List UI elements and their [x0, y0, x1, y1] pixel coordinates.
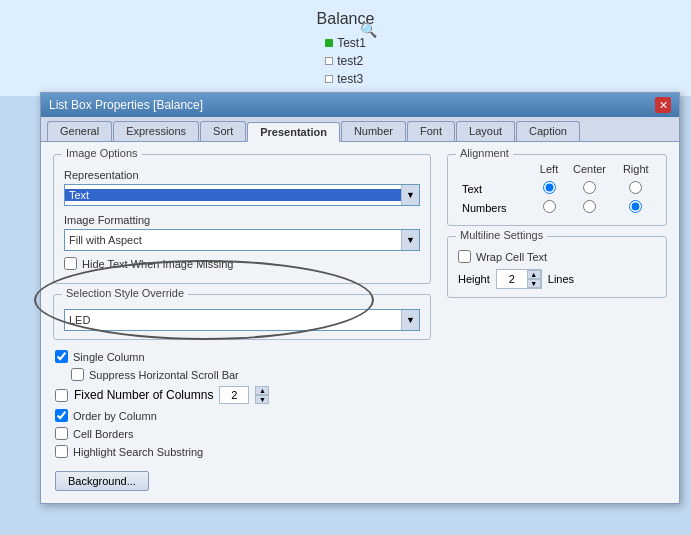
highlight-search-checkbox[interactable]: [55, 445, 68, 458]
background-button[interactable]: Background...: [55, 471, 149, 491]
align-text-left[interactable]: [535, 179, 564, 198]
left-column: Image Options Representation Text ▼ Imag…: [53, 154, 431, 491]
list-items: Test1 test2 test3: [325, 34, 366, 88]
fixed-columns-checkbox[interactable]: [55, 389, 68, 402]
multiline-group: Multiline Settings Wrap Cell Text Height…: [447, 236, 667, 298]
multiline-label: Multiline Settings: [456, 229, 547, 241]
wrap-cell-label: Wrap Cell Text: [476, 251, 547, 263]
selection-style-label: Selection Style Override: [62, 287, 188, 299]
wrap-cell-row: Wrap Cell Text: [458, 250, 656, 263]
align-numbers-label: Numbers: [458, 198, 535, 217]
hide-text-checkbox[interactable]: [64, 257, 77, 270]
highlight-search-row: Highlight Search Substring: [55, 445, 429, 458]
order-by-column-checkbox[interactable]: [55, 409, 68, 422]
suppress-scroll-row: Suppress Horizontal Scroll Bar: [71, 368, 429, 381]
alignment-group: Alignment Left Center Right: [447, 154, 667, 226]
dot-empty-icon: [325, 75, 333, 83]
hide-text-label: Hide Text When Image Missing: [82, 258, 233, 270]
cell-borders-checkbox[interactable]: [55, 427, 68, 440]
image-formatting-select[interactable]: Fill with Aspect ▼: [64, 229, 420, 251]
text-center-radio[interactable]: [583, 181, 596, 194]
text-left-radio[interactable]: [543, 181, 556, 194]
numbers-center-radio[interactable]: [583, 200, 596, 213]
selection-style-arrow[interactable]: ▼: [401, 310, 419, 330]
align-numbers-row: Numbers: [458, 198, 656, 217]
fixed-columns-row: Fixed Number of Columns ▲ ▼: [55, 386, 429, 404]
list-item: test2: [325, 52, 363, 70]
col-right-header: Right: [616, 163, 657, 179]
close-button[interactable]: ✕: [655, 97, 671, 113]
image-formatting-arrow[interactable]: ▼: [401, 230, 419, 250]
image-options-label: Image Options: [62, 147, 142, 159]
representation-select[interactable]: Text ▼: [64, 184, 420, 206]
fixed-columns-label: Fixed Number of Columns: [74, 388, 213, 402]
dot-green-icon: [325, 39, 333, 47]
wrap-cell-checkbox[interactable]: [458, 250, 471, 263]
suppress-scroll-checkbox[interactable]: [71, 368, 84, 381]
numbers-left-radio[interactable]: [543, 200, 556, 213]
suppress-scroll-label: Suppress Horizontal Scroll Bar: [89, 369, 239, 381]
dialog-title: List Box Properties [Balance]: [49, 98, 203, 112]
numbers-right-radio[interactable]: [629, 200, 642, 213]
height-up[interactable]: ▲: [527, 270, 541, 279]
tab-presentation[interactable]: Presentation: [247, 122, 340, 142]
list-item: test3: [325, 70, 363, 88]
alignment-table: Left Center Right Text: [458, 163, 656, 217]
representation-label: Representation: [64, 169, 420, 181]
dialog: List Box Properties [Balance] ✕ General …: [40, 92, 680, 504]
dot-empty-icon: [325, 57, 333, 65]
search-icon[interactable]: 🔍: [360, 22, 377, 38]
align-numbers-right[interactable]: [616, 198, 657, 217]
image-formatting-label: Image Formatting: [64, 214, 420, 226]
align-text-right[interactable]: [616, 179, 657, 198]
tab-caption[interactable]: Caption: [516, 121, 580, 141]
image-options-group: Image Options Representation Text ▼ Imag…: [53, 154, 431, 284]
hide-text-row: Hide Text When Image Missing: [64, 257, 420, 270]
text-right-radio[interactable]: [629, 181, 642, 194]
tab-number[interactable]: Number: [341, 121, 406, 141]
fixed-col-down[interactable]: ▼: [255, 395, 269, 404]
col-left-header: Left: [535, 163, 564, 179]
fixed-columns-input[interactable]: [219, 386, 249, 404]
top-area: Balance 🔍 Test1 test2 test3: [0, 0, 691, 96]
tab-general[interactable]: General: [47, 121, 112, 141]
tab-expressions[interactable]: Expressions: [113, 121, 199, 141]
align-text-label: Text: [458, 179, 535, 198]
order-by-column-row: Order by Column: [55, 409, 429, 422]
representation-value: Text: [65, 189, 401, 201]
selection-style-value: LED: [65, 314, 401, 326]
image-formatting-value: Fill with Aspect: [65, 234, 401, 246]
dialog-titlebar: List Box Properties [Balance] ✕: [41, 93, 679, 117]
single-column-checkbox[interactable]: [55, 350, 68, 363]
tab-bar: General Expressions Sort Presentation Nu…: [41, 117, 679, 142]
tab-font[interactable]: Font: [407, 121, 455, 141]
highlight-search-label: Highlight Search Substring: [73, 446, 203, 458]
selection-style-select[interactable]: LED ▼: [64, 309, 420, 331]
align-numbers-center[interactable]: [563, 198, 615, 217]
align-text-row: Text: [458, 179, 656, 198]
align-text-center[interactable]: [563, 179, 615, 198]
height-input[interactable]: [497, 270, 527, 288]
right-column: Alignment Left Center Right: [447, 154, 667, 491]
alignment-label: Alignment: [456, 147, 513, 159]
lines-label: Lines: [548, 273, 574, 285]
col-empty: [458, 163, 535, 179]
bottom-section: Single Column Suppress Horizontal Scroll…: [53, 350, 431, 491]
height-label: Height: [458, 273, 490, 285]
single-column-label: Single Column: [73, 351, 145, 363]
representation-arrow[interactable]: ▼: [401, 185, 419, 205]
align-numbers-left[interactable]: [535, 198, 564, 217]
single-column-row: Single Column: [55, 350, 429, 363]
dialog-content: Image Options Representation Text ▼ Imag…: [41, 142, 679, 503]
cell-borders-label: Cell Borders: [73, 428, 134, 440]
selection-style-group: Selection Style Override LED ▼: [53, 294, 431, 340]
tab-layout[interactable]: Layout: [456, 121, 515, 141]
tab-sort[interactable]: Sort: [200, 121, 246, 141]
fixed-col-up[interactable]: ▲: [255, 386, 269, 395]
order-by-column-label: Order by Column: [73, 410, 157, 422]
height-row: Height ▲ ▼ Lines: [458, 269, 656, 289]
height-down[interactable]: ▼: [527, 279, 541, 288]
cell-borders-row: Cell Borders: [55, 427, 429, 440]
col-center-header: Center: [563, 163, 615, 179]
